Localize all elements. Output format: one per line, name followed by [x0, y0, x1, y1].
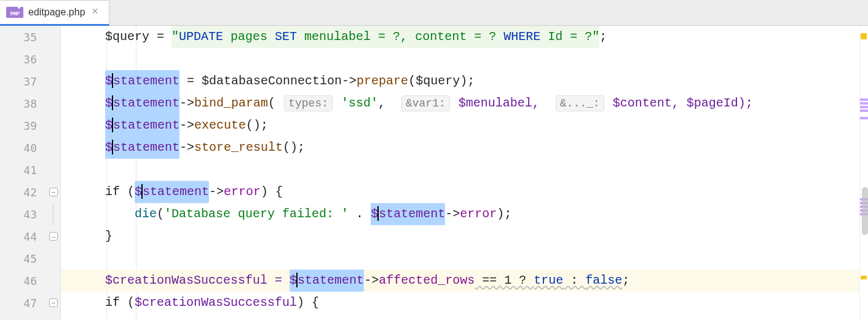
- code-line[interactable]: $statement->execute();: [61, 114, 859, 137]
- caret-icon: [296, 273, 298, 287]
- line-number: 42 −: [0, 181, 60, 203]
- code-line[interactable]: $statement->bind_param( types: 'ssd', &v…: [61, 92, 859, 114]
- fold-end-icon[interactable]: –: [49, 232, 58, 241]
- scrollbar-thumb[interactable]: [862, 187, 868, 235]
- code-line[interactable]: die('Database query failed: ' . $stateme…: [61, 203, 859, 225]
- line-number: 44 –: [0, 225, 60, 247]
- usage-marker[interactable]: [860, 117, 868, 119]
- line-number: 39: [0, 114, 60, 137]
- line-number: 35: [0, 26, 60, 48]
- tab-editpage[interactable]: editpage.php ×: [0, 0, 109, 26]
- close-icon[interactable]: ×: [90, 7, 100, 17]
- param-hint: &var1:: [401, 95, 450, 111]
- caret-icon: [112, 118, 113, 132]
- code-line[interactable]: }: [61, 225, 859, 247]
- fold-icon[interactable]: −: [49, 298, 58, 307]
- caret-icon: [112, 95, 113, 110]
- caret-icon: [112, 73, 113, 88]
- usage-marker[interactable]: [860, 110, 868, 112]
- tab-bar: editpage.php ×: [0, 0, 868, 26]
- caret-icon: [377, 206, 379, 221]
- usage-marker[interactable]: [860, 106, 868, 108]
- line-number: 41: [0, 159, 60, 181]
- line-number: 47 −: [0, 292, 60, 314]
- code-editor[interactable]: 35 36 37 38 39 40 41 42 − 43 44 – 45 46 …: [0, 26, 868, 320]
- code-line[interactable]: $statement = $databaseConnection->prepar…: [61, 70, 859, 92]
- line-number: 36: [0, 48, 60, 70]
- code-line[interactable]: [61, 48, 859, 70]
- code-area[interactable]: $query = "UPDATE pages SET menulabel = ?…: [61, 26, 859, 320]
- line-number: 45: [0, 247, 60, 270]
- caret-icon: [112, 140, 113, 154]
- line-number: 46: [0, 270, 60, 292]
- warning-marker[interactable]: [861, 276, 867, 279]
- code-line[interactable]: [61, 247, 859, 270]
- fold-icon[interactable]: −: [49, 188, 58, 196]
- param-hint: types:: [284, 95, 333, 111]
- caret-icon: [141, 184, 143, 199]
- line-number-gutter: 35 36 37 38 39 40 41 42 − 43 44 – 45 46 …: [0, 26, 61, 320]
- usage-marker[interactable]: [860, 102, 868, 105]
- code-line[interactable]: $query = "UPDATE pages SET menulabel = ?…: [61, 26, 859, 48]
- code-line[interactable]: [61, 159, 859, 181]
- usage-marker[interactable]: [860, 98, 868, 101]
- param-hint: &..._:: [556, 95, 604, 111]
- warning-marker[interactable]: [861, 33, 867, 39]
- code-line-current[interactable]: $creationWasSuccessful = $statement->aff…: [61, 270, 859, 292]
- code-line[interactable]: if ($creationWasSuccessful) {: [61, 292, 859, 314]
- tab-label: editpage.php: [28, 7, 85, 18]
- code-line[interactable]: $statement->store_result();: [61, 137, 859, 159]
- line-number: 43: [0, 203, 60, 225]
- line-number: 38: [0, 92, 60, 114]
- line-number: 40: [0, 137, 60, 159]
- code-line[interactable]: if ($statement->error) {: [61, 181, 859, 203]
- php-file-icon: [6, 7, 23, 18]
- line-number: 37: [0, 70, 60, 92]
- marker-bar[interactable]: [859, 26, 868, 320]
